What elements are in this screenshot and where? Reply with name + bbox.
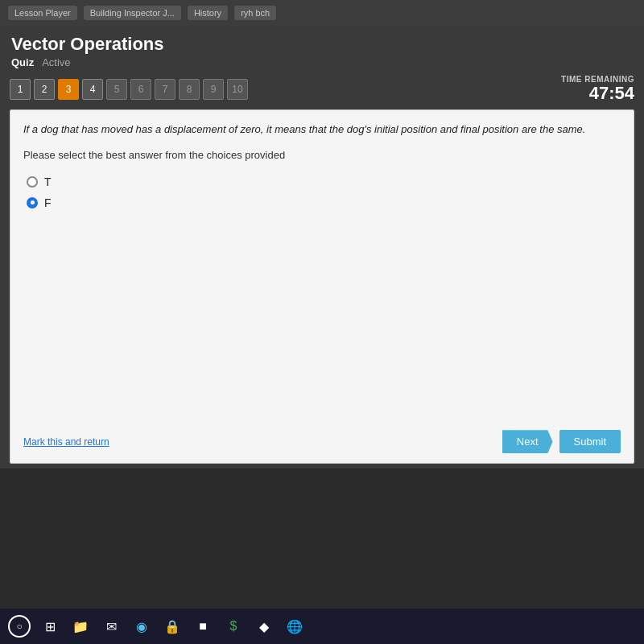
browser-tab-lesson[interactable]: Lesson Player	[8, 6, 77, 20]
q-btn-8[interactable]: 8	[179, 79, 200, 100]
q-btn-4[interactable]: 4	[82, 79, 103, 100]
option-t-label: T	[44, 175, 52, 188]
quiz-status-bar: Quiz Active	[10, 56, 634, 68]
radio-f[interactable]	[27, 197, 38, 208]
q-btn-3[interactable]: 3	[58, 79, 79, 100]
option-f-label: F	[44, 196, 52, 209]
q-btn-6[interactable]: 6	[130, 79, 151, 100]
quiz-active-badge: Active	[42, 56, 70, 68]
answer-options: T F	[23, 175, 621, 209]
browser-tab-ryh[interactable]: ryh bch	[234, 6, 276, 20]
browser-tab-building[interactable]: Building Inspector J...	[84, 6, 181, 20]
dollar-icon[interactable]: $	[222, 615, 245, 638]
search-icon[interactable]: ○	[8, 615, 31, 638]
question-nav-row: 1 2 3 4 5 6 7 8 9 10 TIME REMAINING 47:5…	[10, 75, 634, 103]
page-wrapper: Vector Operations Quiz Active 1 2 3 4 5 …	[0, 26, 644, 469]
quiz-content-top: If a dog that has moved has a displaceme…	[23, 122, 621, 225]
taskbar: ○ ⊞ 📁 ✉ ◉ 🔒 ■ $ ◆ 🌐	[0, 609, 644, 644]
question-text: If a dog that has moved has a displaceme…	[23, 122, 621, 138]
q-btn-7[interactable]: 7	[155, 79, 175, 100]
q-btn-2[interactable]: 2	[34, 79, 55, 100]
folder-icon[interactable]: 📁	[69, 615, 92, 638]
dropbox-icon[interactable]: ◆	[253, 615, 275, 638]
q-btn-5[interactable]: 5	[106, 79, 127, 100]
lock-icon[interactable]: 🔒	[161, 615, 184, 638]
radio-t[interactable]	[27, 176, 38, 188]
option-t[interactable]: T	[27, 175, 621, 188]
browser-tab-history[interactable]: History	[188, 6, 228, 20]
next-button[interactable]: Next	[502, 430, 553, 453]
bottom-action-bar: Mark this and return Next Submit	[23, 423, 621, 453]
browser-tabs: Lesson Player Building Inspector J... Hi…	[8, 6, 636, 20]
start-icon[interactable]: ⊞	[39, 615, 61, 638]
timer-value: 47:54	[561, 84, 634, 103]
chrome-icon[interactable]: 🌐	[283, 615, 306, 638]
quiz-content-box: If a dog that has moved has a displaceme…	[10, 109, 634, 464]
mark-return-link[interactable]: Mark this and return	[23, 436, 109, 448]
action-buttons: Next Submit	[502, 430, 621, 453]
mail-icon[interactable]: ✉	[100, 615, 122, 638]
q-btn-9[interactable]: 9	[203, 79, 224, 100]
q-btn-10[interactable]: 10	[227, 79, 248, 100]
q-btn-1[interactable]: 1	[10, 79, 31, 100]
quiz-label: Quiz	[11, 56, 34, 68]
browser-bar: Lesson Player Building Inspector J... Hi…	[0, 0, 644, 26]
question-nav-buttons: 1 2 3 4 5 6 7 8 9 10	[10, 79, 248, 100]
edge-icon[interactable]: ◉	[130, 615, 153, 638]
submit-button[interactable]: Submit	[559, 430, 621, 453]
option-f[interactable]: F	[27, 196, 621, 209]
select-instructions: Please select the best answer from the c…	[23, 149, 621, 161]
store-icon[interactable]: ■	[192, 615, 214, 638]
timer-section: TIME REMAINING 47:54	[561, 75, 634, 103]
page-title: Vector Operations	[10, 34, 634, 55]
